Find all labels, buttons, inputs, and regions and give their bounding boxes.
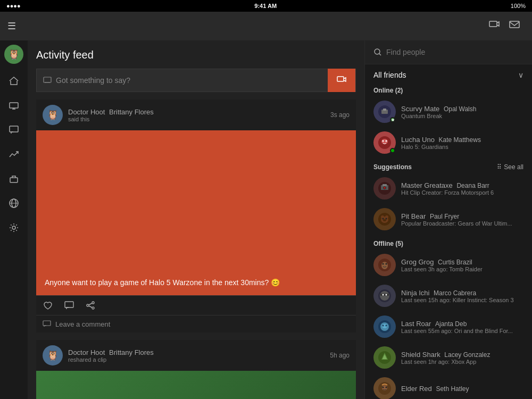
friend-name-ninja: Ninja Ichi Marco Cabrera [401, 289, 523, 297]
friend-name-shieldshark: Shield Shark Lacey Gonzalez [401, 351, 523, 359]
comment-input-area[interactable]: Leave a comment [36, 315, 356, 332]
sidebar-item-home[interactable] [2, 69, 26, 93]
battery-label: 100% [511, 3, 526, 9]
friend-avatar-wrap-pitbear [373, 208, 396, 230]
friends-title: All friends [373, 71, 406, 79]
friend-avatar-shieldshark [373, 346, 396, 369]
post-input-field[interactable]: Got something to say? [37, 76, 328, 85]
sidebar-item-trending[interactable] [2, 143, 26, 166]
friend-info-lucha: Lucha Uno Kate Matthews Halo 5: Guardian… [401, 136, 523, 150]
svg-point-61 [386, 387, 387, 388]
svg-rect-5 [10, 126, 18, 132]
friend-avatar-wrap-lastroar [373, 315, 396, 338]
sidebar-item-chat[interactable] [2, 118, 26, 142]
main-layout: 🦉 [0, 40, 532, 399]
sidebar-item-settings[interactable] [2, 216, 26, 239]
friends-chevron-icon[interactable]: ∨ [518, 71, 523, 79]
online-section-header: Online (2) [365, 81, 532, 96]
friend-item-ninja[interactable]: Ninja Ichi Marco Cabrera Last seen 15h a… [365, 280, 532, 311]
post-card-1: 🦉 Doctor Hoot Brittany Flores said this … [36, 99, 356, 332]
online-dot-lucha [390, 148, 395, 153]
suggestions-title: Suggestions [373, 163, 412, 171]
post-placeholder: Got something to say? [56, 76, 130, 85]
friend-info-elderred: Elder Red Seth Hatley [401, 385, 523, 393]
svg-point-28 [386, 140, 387, 142]
feed-title: Activity feed [36, 49, 356, 61]
friend-info-ninja: Ninja Ichi Marco Cabrera Last seen 15h a… [401, 289, 523, 303]
friend-name-lastroar: Last Roar Ajanta Deb [401, 320, 523, 328]
sidebar-item-store[interactable] [2, 167, 26, 190]
svg-point-14 [92, 302, 94, 304]
share-button[interactable] [85, 300, 96, 311]
svg-point-38 [383, 218, 384, 220]
suggestions-header: Suggestions ⠿ See all [365, 158, 532, 173]
svg-point-15 [87, 304, 89, 306]
friend-info-shieldshark: Shield Shark Lacey Gonzalez Last seen 1h… [401, 351, 523, 365]
top-bar-right [488, 19, 520, 34]
friend-game-shieldshark: Last seen 1hr ago: Xbox App [401, 359, 523, 365]
friend-avatar-wrap-ninja [373, 285, 396, 307]
friend-avatar-wrap-elderred [373, 377, 396, 399]
friend-name-scurvy: Scurvy Mate Opal Walsh [401, 105, 523, 113]
sidebar-item-tv[interactable] [2, 94, 26, 117]
svg-point-26 [381, 139, 388, 144]
find-people-input[interactable] [386, 48, 523, 56]
friend-item-scurvy[interactable]: ★ Scurvy Mate Opal Walsh Quantum Break [365, 96, 532, 127]
post-button[interactable] [328, 69, 355, 92]
post-time-1: 3s ago [330, 111, 350, 119]
broadcast-icon[interactable] [488, 19, 500, 34]
svg-point-44 [386, 263, 387, 265]
friend-name-lucha: Lucha Uno Kate Matthews [401, 136, 523, 144]
friend-item-grog[interactable]: Grog Grog Curtis Brazil Last seen 3h ago… [365, 250, 532, 280]
grid-icon: ⠿ [497, 163, 502, 171]
menu-icon[interactable]: ☰ [7, 20, 16, 32]
friend-game-scurvy: Quantum Break [401, 113, 523, 119]
svg-point-60 [383, 387, 384, 388]
friend-item-master[interactable]: Master Greataxe Deana Barr Hit Clip Crea… [365, 173, 532, 204]
svg-rect-19 [43, 321, 51, 326]
friend-item-shieldshark[interactable]: Shield Shark Lacey Gonzalez Last seen 1h… [365, 342, 532, 373]
friend-avatar-grog [373, 254, 396, 276]
friend-game-lastroar: Last seen 55m ago: Ori and the Blind For… [401, 328, 523, 334]
search-icon [373, 48, 382, 56]
message-icon[interactable] [509, 19, 520, 34]
friend-info-lastroar: Last Roar Ajanta Deb Last seen 55m ago: … [401, 320, 523, 334]
status-signal: ●●●● [6, 3, 21, 9]
post-avatar-2: 🦉 [43, 345, 63, 365]
friend-item-lucha[interactable]: Lucha Uno Kate Matthews Halo 5: Guardian… [365, 127, 532, 158]
svg-point-48 [383, 294, 384, 296]
comment-placeholder: Leave a comment [55, 320, 110, 328]
friend-game-lucha: Halo 5: Guardians [401, 144, 523, 150]
svg-point-40 [383, 219, 386, 221]
svg-point-10 [12, 226, 15, 229]
svg-rect-6 [10, 178, 18, 182]
friend-info-grog: Grog Grog Curtis Brazil Last seen 3h ago… [401, 258, 523, 272]
friend-avatar-lastroar [373, 315, 396, 338]
svg-rect-2 [10, 103, 18, 108]
friend-item-pitbear[interactable]: Pit Bear Paul Fryer Popular Broadcaster:… [365, 204, 532, 235]
post-user-info-1: Doctor Hoot Brittany Flores said this [68, 108, 154, 122]
friend-name-elderred: Elder Red Seth Hatley [401, 385, 523, 393]
post-username-2: Doctor Hoot Brittany Flores [68, 348, 154, 356]
svg-point-54 [386, 325, 387, 327]
svg-line-21 [379, 54, 381, 56]
offline-section-header: Offline (5) [365, 235, 532, 250]
post-time-2: 5h ago [330, 352, 350, 359]
status-bar: ●●●● 9:41 AM 100% [0, 0, 532, 12]
friend-info-pitbear: Pit Bear Paul Fryer Popular Broadcaster:… [401, 212, 523, 227]
like-button[interactable] [43, 300, 53, 311]
post-image-2 [36, 371, 356, 399]
friend-avatar-pitbear [373, 208, 396, 230]
comment-button[interactable] [64, 300, 74, 311]
friend-item-lastroar[interactable]: Last Roar Ajanta Deb Last seen 55m ago: … [365, 311, 532, 342]
see-all-button[interactable]: ⠿ See all [497, 163, 523, 171]
post-text-1: Anyone want to play a game of Halo 5 War… [45, 278, 280, 287]
svg-rect-13 [65, 302, 73, 307]
friend-item-elderred[interactable]: Elder Red Seth Hatley [365, 373, 532, 399]
sidebar-avatar[interactable]: 🦉 [4, 45, 23, 64]
svg-point-42 [381, 262, 388, 269]
post-action-1: said this [68, 116, 154, 122]
svg-point-16 [92, 307, 94, 309]
sidebar-item-network[interactable] [2, 192, 26, 215]
friend-avatar-wrap-shieldshark [373, 346, 396, 369]
